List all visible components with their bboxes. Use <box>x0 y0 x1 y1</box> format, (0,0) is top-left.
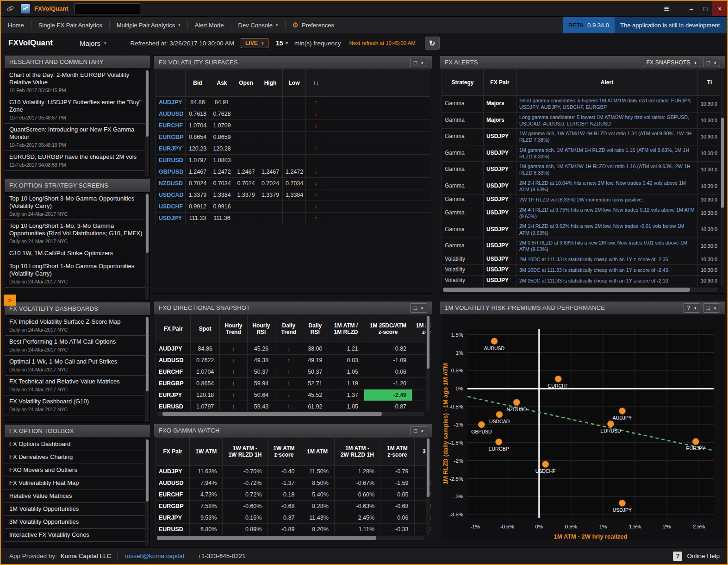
close-button[interactable]: × <box>712 1 727 16</box>
column-header[interactable]: FX Pair <box>156 315 191 343</box>
table-row[interactable]: AUDUSD7.94%-0.72%-1.378.50%-0.67%-1.599.… <box>156 477 431 489</box>
pair-cell[interactable]: EURGBP <box>156 378 191 389</box>
table-row[interactable]: EURCHF4.73%0.72%-0.185.40%0.60%0.055.95% <box>156 489 431 501</box>
list-item[interactable]: FXO Movers and Outliers <box>5 464 149 477</box>
list-item[interactable]: Top 10 Long/Short 1-Mo, 3-Mo Gamma Oppor… <box>5 220 149 247</box>
column-header[interactable]: Alert <box>516 69 698 96</box>
list-item[interactable]: Relative Value Matrices <box>5 490 149 503</box>
list-item[interactable]: FX Volatility Dashboard (G10)Daily on 24… <box>5 396 149 415</box>
pair-link[interactable]: EURUSD <box>156 155 186 166</box>
maximize-button[interactable]: □ <box>698 3 712 15</box>
pair-link[interactable]: AUDUSD <box>156 108 186 120</box>
column-header[interactable]: ↑↓ <box>306 69 326 97</box>
pair-cell[interactable]: EURCHF <box>156 489 190 501</box>
scrollbar[interactable] <box>145 316 149 422</box>
horizontal-scrollbar[interactable] <box>157 536 424 540</box>
column-header[interactable] <box>326 69 431 97</box>
column-header[interactable]: 1M ATM - 2W RLZD 1H <box>334 438 380 466</box>
table-row[interactable]: GammaMajorsShort gamma candidates: 5 hig… <box>442 96 720 113</box>
table-row[interactable]: EURJPY120.18↑50.64↓45.521.37-2.491.4 <box>156 389 431 401</box>
pair-cell[interactable]: EURUSD <box>156 524 190 535</box>
list-item[interactable]: Best Performing 1-Mo ATM Call OptionsDai… <box>5 336 149 356</box>
column-header[interactable]: FX Pair <box>484 69 516 96</box>
table-row[interactable]: USDCHF0.99120.9916↓ <box>156 201 431 213</box>
column-header[interactable]: 1W ATM - 1W RLZD 1H <box>223 438 268 466</box>
table-row[interactable]: GammaUSDJPY1W gamma rich, 1W ATM/1W 4H R… <box>442 129 720 145</box>
help-button[interactable]: ?◑ <box>684 303 700 313</box>
table-row[interactable]: VolatilityUSDJPY3M 10DC at 111.33 is sta… <box>442 265 720 276</box>
column-header[interactable]: Daily RSI <box>302 315 328 343</box>
table-row[interactable]: EURUSD1.0797↑59.43↑61.921.05-0.870.7 <box>156 401 431 412</box>
table-row[interactable]: AUDJPY84.8684.91↑ <box>156 97 431 108</box>
column-header[interactable]: 1M 25DC/ATM z-score <box>364 315 412 343</box>
column-header[interactable]: Hourly RSI <box>247 315 275 343</box>
table-row[interactable]: NZDUSD0.70240.70340.70240.70240.7034↓ <box>156 178 431 189</box>
pair-cell[interactable]: EURUSD <box>156 401 191 412</box>
pair-cell[interactable]: AUDJPY <box>156 343 191 355</box>
list-item[interactable]: Interactive FX Volatility Cones <box>5 529 149 542</box>
menu-item-dev-console[interactable]: Dev Console▾ <box>231 20 285 30</box>
pair-cell[interactable]: EURGBP <box>156 501 190 512</box>
list-item[interactable]: Optimal 1-Wk, 1-Mo Call and Put StrikesD… <box>5 356 149 376</box>
column-header[interactable]: High <box>258 69 283 97</box>
list-item[interactable]: FX Options Dashboard <box>5 438 149 451</box>
fx-snapshots-button[interactable]: FX SNAPSHOTS◑ <box>643 58 701 67</box>
table-row[interactable]: EURUSD6.80%0.89%-0.898.20%1.11%-0.339.06… <box>156 524 431 535</box>
menu-item-home[interactable]: Home <box>1 20 31 30</box>
table-row[interactable]: USDCAD1.33791.33841.33791.33791.3384↑ <box>156 189 431 201</box>
live-toggle[interactable]: LIVE ◑ <box>241 38 268 48</box>
table-row[interactable]: EURGBP7.58%-0.60%-0.688.28%-0.63%-0.688.… <box>156 501 431 512</box>
pair-link[interactable]: AUDJPY <box>156 97 186 108</box>
column-header[interactable]: 1W ATM <box>190 438 223 466</box>
horizontal-scrollbar[interactable] <box>443 288 717 292</box>
scrollbar[interactable] <box>426 315 430 411</box>
table-row[interactable]: EURJPY9.53%-0.15%-0.3711.43%2.45%0.0612.… <box>156 512 431 524</box>
list-item[interactable]: QuantScreen: Introducing our New FX Gamm… <box>5 124 149 151</box>
column-header[interactable]: Low <box>283 69 306 97</box>
list-item[interactable]: G10 1W, 1M Call/Put Strike Optimizers <box>5 247 149 260</box>
pair-link[interactable]: GBPUSD <box>156 166 186 178</box>
hamburger-menu-icon[interactable]: ≡ <box>660 3 673 15</box>
pair-link[interactable]: USDJPY <box>156 213 186 224</box>
column-header[interactable]: FX Pair <box>156 438 190 466</box>
list-item[interactable]: Chart of the Day: 2-Month EURGBP Volatil… <box>5 69 149 96</box>
table-row[interactable]: USDJPY111.33111.36↑ <box>156 213 431 224</box>
table-row[interactable]: GammaUSDJPY2M 1H RLZD at 9.62% hits a ne… <box>442 221 720 238</box>
list-item[interactable]: 1M Volatility Opportunities <box>5 503 149 516</box>
table-row[interactable]: GammaUSDJPY2M 0.5H RLZD at 9.63% hits a … <box>442 238 720 254</box>
frequency-dropdown[interactable]: 15 ▾ min(s) frequency <box>276 39 341 47</box>
panel-options-button[interactable]: □◑ <box>410 426 427 435</box>
list-item[interactable]: Top 10 Long/Short 3-Mo Gamma Opportuniti… <box>5 193 149 220</box>
table-row[interactable]: GammaUSDJPY2M 4H RLZD at 9.75% hits a ne… <box>442 205 720 221</box>
table-row[interactable]: EURUSD1.07971.0803 <box>156 155 431 166</box>
search-box[interactable] <box>75 3 140 14</box>
scrollbar[interactable] <box>721 70 724 286</box>
list-item[interactable]: FX Derivatives Charting <box>5 451 149 464</box>
column-header[interactable]: Spot <box>191 315 220 343</box>
list-item[interactable]: FX Technical and Relative Value Matrices… <box>5 376 149 396</box>
table-row[interactable]: GBPUSD1.24671.24721.24671.24671.2472↓ <box>156 166 431 178</box>
table-row[interactable]: VolatilityUSDJPY2M 25DC at 111.33 is sta… <box>442 275 720 286</box>
menu-item-single-fx-pair-analytics[interactable]: Single FX Pair Analytics <box>31 20 109 30</box>
table-row[interactable]: GammaUSDJPY2W 1H RLZD vol (8.33%) 2W mom… <box>442 195 720 205</box>
table-row[interactable]: GammaMajorsLong gamma candidates: 5 lowe… <box>442 112 720 129</box>
menu-item-multiple-pair-analytics[interactable]: Multiple Pair Analytics▾ <box>109 20 187 30</box>
menu-item-preferences[interactable]: ⚙Preferences <box>285 20 342 30</box>
panel-options-button[interactable]: □◑ <box>410 58 427 67</box>
table-row[interactable]: GammaUSDJPY2M 2H RLZD at 10.04% hits a n… <box>442 178 720 195</box>
pair-link[interactable]: EURCHF <box>156 120 186 132</box>
column-header[interactable]: Hourly Trend <box>220 315 247 343</box>
pair-cell[interactable]: AUDUSD <box>156 355 191 366</box>
list-item[interactable]: FX Vulnerability Heat Map <box>5 477 149 490</box>
table-row[interactable]: GammaUSDJPY1M gamma rich, 1M ATM/1M 1H R… <box>442 145 720 162</box>
pair-cell[interactable]: AUDJPY <box>156 466 190 477</box>
table-row[interactable]: EURGBP0.8654↑59.94↑52.711.19-1.201.3 <box>156 378 431 389</box>
scrollbar[interactable] <box>145 193 149 300</box>
pair-cell[interactable]: EURJPY <box>156 389 191 401</box>
link-icon[interactable] <box>6 5 14 12</box>
column-header[interactable]: Ti <box>698 69 720 96</box>
table-row[interactable]: AUDJPY11.63%-0.70%-0.4011.50%1.28%-0.791… <box>156 466 431 477</box>
column-header[interactable]: 1M ATM / 1M RLZD <box>328 315 364 343</box>
pair-link[interactable]: EURJPY <box>156 143 186 155</box>
list-item[interactable]: G10 Volatility: USDJPY Butterflies enter… <box>5 96 149 124</box>
